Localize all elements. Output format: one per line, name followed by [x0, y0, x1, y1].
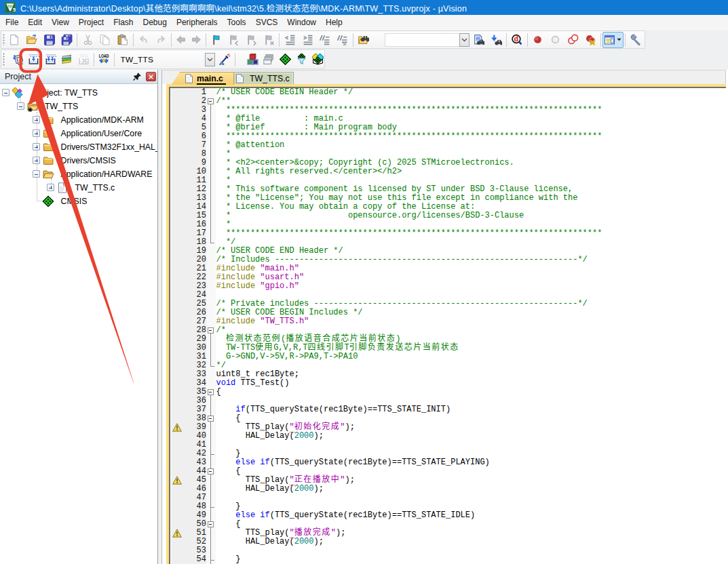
tree-item-tw-tts-c[interactable]: TW_TTS.c	[0, 181, 157, 195]
cut-button[interactable]	[79, 32, 96, 48]
fold-line	[210, 458, 211, 467]
bookmark-clear-button[interactable]	[261, 32, 278, 48]
fold-collapse-box[interactable]	[208, 98, 214, 104]
expand-minus-icon[interactable]	[2, 89, 9, 96]
fold-collapse-box[interactable]	[208, 468, 214, 475]
bookmark-toggle-button[interactable]	[208, 32, 225, 48]
fold-collapse-box[interactable]	[208, 389, 214, 395]
build-button[interactable]	[26, 52, 43, 68]
comment-button[interactable]	[316, 32, 334, 48]
unindent-button[interactable]	[281, 32, 299, 48]
find-incremental-button[interactable]	[487, 32, 505, 48]
code-line: * opensource.org/licenses/BSD-3-Clause	[216, 212, 728, 220]
expand-plus-icon[interactable]	[33, 143, 40, 150]
menu-tools[interactable]: Tools	[223, 16, 251, 29]
menu-view[interactable]: View	[47, 16, 74, 29]
expand-plus-icon[interactable]	[47, 184, 54, 191]
download-button[interactable]: LOAD	[96, 52, 113, 68]
menu-flash[interactable]: Flash	[109, 16, 138, 29]
tab-main-c[interactable]: main.c	[172, 72, 234, 85]
tree-item-drivers-cmsis[interactable]: Drivers/CMSIS	[0, 154, 157, 167]
title-bar: 5 C:\Users\Administrator\Desktop\其他范例啊啊啊…	[0, 0, 728, 15]
batch-build-button[interactable]	[59, 52, 76, 68]
code-line: * @attention	[216, 141, 728, 150]
find-in-files-button[interactable]	[355, 32, 372, 48]
manage-components-button[interactable]	[244, 52, 261, 68]
menu-peripherals[interactable]: Peripherals	[172, 16, 223, 29]
rebuild-button[interactable]	[42, 52, 59, 68]
stop-build-button[interactable]	[75, 52, 92, 68]
tree-item-project-tw-tts[interactable]: Project: TW_TTS	[0, 86, 157, 100]
toolbar-grip[interactable]	[1, 50, 5, 68]
fold-collapse-box[interactable]	[208, 327, 214, 334]
code-view[interactable]: /* USER CODE BEGIN Header *//** ********…	[216, 88, 728, 564]
breakpoint-toggle-button[interactable]	[529, 32, 547, 48]
expand-minus-icon[interactable]	[33, 170, 40, 178]
save-all-button[interactable]	[58, 32, 75, 48]
expand-plus-icon[interactable]	[33, 116, 40, 123]
tab-tw-tts-c[interactable]: TW_TTS.c	[226, 72, 294, 85]
configure-button[interactable]	[627, 32, 645, 48]
find-text-input[interactable]	[385, 33, 459, 47]
menu-file[interactable]: File	[1, 16, 23, 29]
indent-button[interactable]	[299, 32, 316, 48]
multi-project-button[interactable]	[261, 52, 277, 68]
debug-session-button[interactable]: d	[508, 32, 526, 48]
tree-item-application-user-core[interactable]: Application/User/Core	[0, 127, 157, 140]
select-packs-button[interactable]	[293, 52, 309, 68]
menu-window[interactable]: Window	[282, 16, 321, 29]
undo-button[interactable]	[135, 32, 153, 48]
save-button[interactable]	[41, 32, 58, 48]
uncomment-button[interactable]	[334, 32, 351, 48]
new-file-button[interactable]	[5, 32, 23, 48]
bookmark-next-button[interactable]	[243, 32, 261, 48]
nav-back-button[interactable]	[173, 32, 189, 48]
code-line: HAL_Delay(2000);	[216, 432, 728, 441]
expand-plus-icon[interactable]	[33, 157, 40, 164]
menu-edit[interactable]: Edit	[23, 16, 47, 29]
breakpoint-disable-all-button[interactable]	[564, 32, 581, 48]
breakpoint-enable-button[interactable]	[547, 32, 564, 48]
translate-button[interactable]	[9, 52, 26, 68]
window-layout-icon	[605, 35, 615, 45]
redo-icon	[155, 34, 167, 45]
find-button[interactable]	[470, 32, 487, 48]
fold-line	[210, 176, 211, 185]
document-icon	[235, 74, 244, 83]
expand-plus-icon[interactable]	[33, 129, 40, 137]
new-file-icon	[8, 34, 20, 45]
options-for-target-button[interactable]	[217, 52, 234, 68]
menu-debug[interactable]: Debug	[138, 16, 172, 29]
fold-collapse-box[interactable]	[208, 521, 214, 527]
tree-item-application-hardware[interactable]: Application/HARDWARE	[0, 167, 157, 181]
target-select[interactable]: TW_TTS	[116, 52, 205, 67]
tree-item-application-mdk-arm[interactable]: Application/MDK-ARM	[0, 113, 157, 127]
close-panel-button[interactable]	[146, 72, 156, 81]
menu-project[interactable]: Project	[74, 16, 109, 29]
window-layout-button[interactable]	[602, 32, 624, 48]
expand-minus-icon[interactable]	[17, 102, 24, 110]
run-time-environment-button[interactable]	[277, 52, 293, 68]
tree-item-cmsis[interactable]: CMSIS	[0, 195, 157, 208]
tree-item-drivers-stm32f1xx-hal-driv[interactable]: Drivers/STM32F1xx_HAL_Driv	[0, 140, 157, 154]
fold-line	[210, 485, 211, 494]
target-dropdown[interactable]	[205, 53, 215, 66]
fold-collapse-box[interactable]	[208, 416, 214, 422]
fold-line	[210, 150, 211, 159]
fold-line	[210, 538, 211, 546]
copy-button[interactable]	[96, 32, 114, 48]
menu-svcs[interactable]: SVCS	[251, 16, 283, 29]
bookmark-prev-button[interactable]	[225, 32, 243, 48]
breakpoint-kill-all-button[interactable]	[581, 32, 599, 48]
folder-open-icon	[42, 169, 54, 180]
find-combo-dropdown[interactable]	[459, 33, 470, 47]
pack-installer-button[interactable]	[309, 52, 326, 68]
menu-help[interactable]: Help	[321, 16, 347, 29]
tree-item-tw-tts[interactable]: TW_TTS	[0, 100, 157, 113]
nav-forward-button[interactable]	[189, 32, 204, 48]
open-file-button[interactable]	[23, 32, 41, 48]
paste-button[interactable]	[114, 32, 132, 48]
toolbar-grip[interactable]	[1, 31, 5, 48]
redo-button[interactable]	[152, 32, 170, 48]
pin-icon[interactable]	[132, 72, 142, 81]
